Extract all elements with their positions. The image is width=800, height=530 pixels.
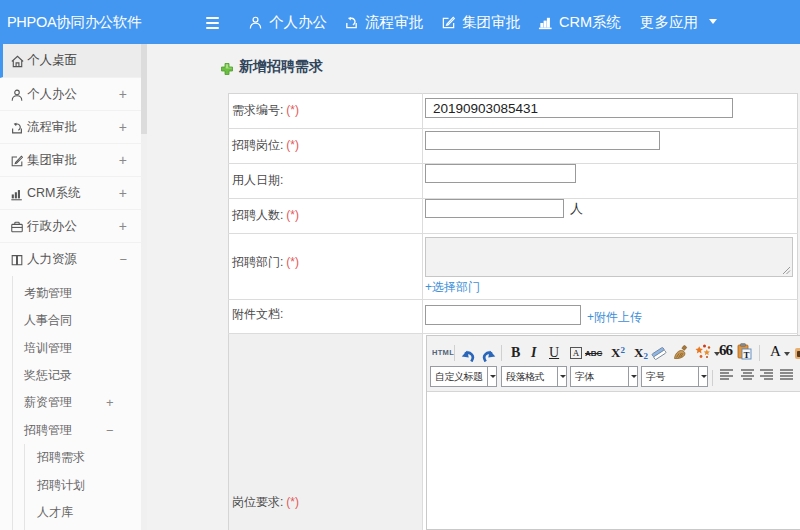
svg-text:T: T [743,350,749,360]
